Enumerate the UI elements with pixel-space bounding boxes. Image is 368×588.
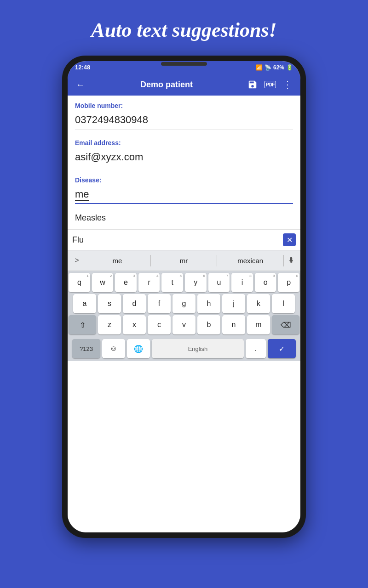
- mobile-label: Mobile number:: [75, 102, 293, 109]
- emoji-key[interactable]: ☺: [102, 339, 125, 358]
- disease-section: Disease: me: [68, 170, 300, 207]
- key-t[interactable]: t5: [161, 273, 183, 292]
- delete-key[interactable]: ⌫: [272, 315, 299, 334]
- period-key[interactable]: .: [246, 339, 266, 358]
- mobile-section: Mobile number: 0372494830948: [68, 96, 300, 133]
- pdf-icon: PDF: [264, 81, 276, 88]
- key-h[interactable]: h: [197, 294, 220, 313]
- key-m[interactable]: m: [247, 315, 270, 334]
- clear-icon: ✕: [287, 236, 293, 244]
- key-k[interactable]: k: [247, 294, 270, 313]
- key-w[interactable]: w2: [92, 273, 114, 292]
- disease-input[interactable]: me: [75, 186, 293, 204]
- suggestion-measles[interactable]: Measles: [68, 207, 300, 229]
- phone-screen: 12:48 📶 📡 62% 🔋 ← Demo patient PDF: [68, 61, 300, 532]
- space-key[interactable]: English: [152, 339, 244, 358]
- key-x[interactable]: x: [123, 315, 146, 334]
- mic-button[interactable]: [284, 256, 299, 265]
- key-y[interactable]: y6: [185, 273, 207, 292]
- key-n[interactable]: n: [222, 315, 245, 334]
- battery-text: 62%: [273, 64, 284, 71]
- key-r[interactable]: r4: [138, 273, 160, 292]
- key-g[interactable]: g: [172, 294, 196, 313]
- signal-icon: 📡: [264, 64, 271, 71]
- content-area: Mobile number: 0372494830948 Email addre…: [68, 96, 300, 532]
- phone-notch: [161, 62, 207, 66]
- disease-label: Disease:: [75, 176, 293, 184]
- key-l[interactable]: l: [272, 294, 295, 313]
- pdf-button[interactable]: PDF: [264, 78, 276, 91]
- email-label: Email address:: [75, 139, 293, 147]
- num-key[interactable]: ?123: [72, 339, 100, 358]
- key-j[interactable]: j: [222, 294, 245, 313]
- clear-button[interactable]: ✕: [283, 233, 296, 246]
- search-bar-text: Flu: [72, 235, 279, 245]
- app-bar: ← Demo patient PDF ⋮: [68, 74, 300, 96]
- phone-device: 12:48 📶 📡 62% 🔋 ← Demo patient PDF: [62, 56, 306, 538]
- key-p[interactable]: p0: [278, 273, 299, 292]
- arrow-button[interactable]: >: [69, 253, 84, 268]
- key-a[interactable]: a: [73, 294, 96, 313]
- key-d[interactable]: d: [123, 294, 146, 313]
- key-i[interactable]: i8: [231, 273, 253, 292]
- back-button[interactable]: ←: [74, 78, 87, 91]
- app-bar-actions: PDF ⋮: [246, 78, 294, 91]
- shift-key[interactable]: ⇧: [69, 315, 96, 334]
- key-z[interactable]: z: [98, 315, 121, 334]
- disease-value: me: [75, 188, 89, 201]
- enter-key[interactable]: ✓: [268, 339, 296, 358]
- wifi-icon: 📶: [256, 64, 263, 71]
- status-icons: 📶 📡 62% 🔋: [256, 64, 293, 71]
- key-row-1: q1 w2 e3 r4 t5 y6 u7 i8 o9 p0: [69, 273, 299, 292]
- key-s[interactable]: s: [98, 294, 121, 313]
- keyboard-rows: q1 w2 e3 r4 t5 y6 u7 i8 o9 p0 a s: [68, 271, 300, 336]
- suggestion-dropdown: Measles: [68, 207, 300, 230]
- key-q[interactable]: q1: [69, 273, 90, 292]
- more-button[interactable]: ⋮: [281, 78, 294, 91]
- suggest-me[interactable]: me: [84, 255, 151, 266]
- mobile-value[interactable]: 0372494830948: [75, 111, 293, 130]
- status-time: 12:48: [75, 64, 90, 71]
- suggest-mr[interactable]: mr: [151, 255, 218, 266]
- keyboard-bottom-bar: ?123 ☺ 🌐 English . ✓: [68, 336, 300, 361]
- app-bar-title: Demo patient: [92, 80, 241, 90]
- key-row-2: a s d f g h j k l: [69, 294, 299, 313]
- globe-key[interactable]: 🌐: [127, 339, 150, 358]
- suggest-mexican[interactable]: mexican: [217, 255, 284, 266]
- save-button[interactable]: [246, 78, 259, 91]
- suggestions-row: > me mr mexican: [68, 250, 300, 271]
- keyboard-search-bar: Flu ✕: [68, 230, 300, 250]
- key-v[interactable]: v: [172, 315, 196, 334]
- keyboard-area: Flu ✕ > me mr mexican: [68, 230, 300, 361]
- page-title: Auto text suggestions!: [82, 0, 286, 56]
- email-section: Email address: asif@xyzx.com: [68, 133, 300, 170]
- key-f[interactable]: f: [148, 294, 171, 313]
- email-value[interactable]: asif@xyzx.com: [75, 148, 293, 167]
- key-b[interactable]: b: [197, 315, 220, 334]
- battery-icon: 🔋: [286, 64, 293, 71]
- key-o[interactable]: o9: [255, 273, 276, 292]
- key-u[interactable]: u7: [208, 273, 230, 292]
- key-row-3: ⇧ z x c v b n m ⌫: [69, 315, 299, 334]
- key-c[interactable]: c: [148, 315, 171, 334]
- key-e[interactable]: e3: [115, 273, 137, 292]
